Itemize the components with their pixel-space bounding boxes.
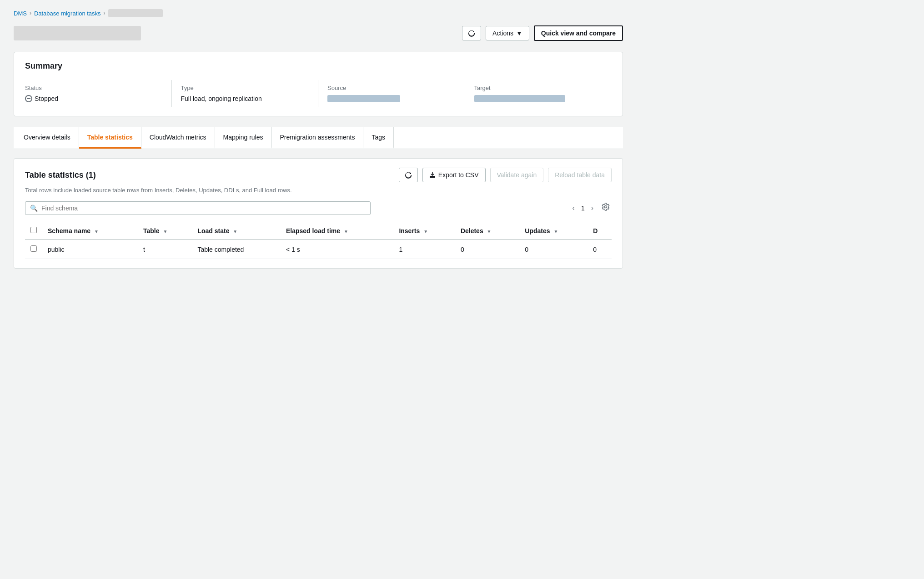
tab-tags[interactable]: Tags — [363, 127, 394, 149]
export-csv-label: Export to CSV — [438, 171, 479, 179]
tab-cloudwatch[interactable]: CloudWatch metrics — [141, 127, 215, 149]
summary-card: Summary Status Stopped Type Full load, o… — [14, 52, 623, 116]
col-inserts[interactable]: Inserts ▼ — [393, 222, 455, 240]
select-all-header — [25, 222, 42, 240]
page-header: Actions ▼ Quick view and compare — [14, 25, 623, 41]
refresh-icon — [468, 30, 475, 37]
sort-inserts-icon: ▼ — [423, 229, 428, 234]
reload-table-button[interactable]: Reload table data — [548, 168, 612, 182]
search-icon: 🔍 — [30, 205, 38, 212]
source-label: Source — [327, 85, 456, 91]
section-count: (1) — [86, 170, 96, 180]
validate-again-button[interactable]: Validate again — [490, 168, 544, 182]
status-stopped: Stopped — [25, 95, 58, 102]
table-refresh-icon — [405, 171, 412, 179]
sort-load-state-icon: ▼ — [233, 229, 237, 234]
reload-table-label: Reload table data — [555, 171, 605, 179]
gear-icon — [602, 203, 610, 211]
source-blurred — [327, 95, 400, 102]
pagination-controls: ‹ 1 › — [570, 201, 612, 215]
table-row: public t Table completed < 1 s 1 0 0 0 — [25, 240, 612, 259]
summary-target: Target — [465, 80, 612, 107]
sort-schema-icon: ▼ — [94, 229, 99, 234]
chevron-down-icon: ▼ — [516, 30, 522, 37]
type-label: Type — [181, 85, 309, 91]
section-title-text: Table statistics — [25, 170, 84, 180]
col-table[interactable]: Table ▼ — [138, 222, 192, 240]
target-label: Target — [474, 85, 603, 91]
cell-elapsed-load-time: < 1 s — [281, 240, 393, 259]
cell-d: 0 — [588, 240, 612, 259]
cell-deletes: 0 — [455, 240, 519, 259]
page-title — [14, 26, 141, 40]
header-actions: Actions ▼ Quick view and compare — [462, 25, 623, 41]
col-load-state[interactable]: Load state ▼ — [192, 222, 281, 240]
breadcrumb-sep-1: › — [30, 10, 31, 16]
sort-updates-icon: ▼ — [553, 229, 558, 234]
actions-button[interactable]: Actions ▼ — [486, 26, 529, 40]
quick-view-button[interactable]: Quick view and compare — [534, 25, 623, 41]
col-elapsed-load-time[interactable]: Elapsed load time ▼ — [281, 222, 393, 240]
tab-mapping[interactable]: Mapping rules — [215, 127, 272, 149]
refresh-button[interactable] — [462, 26, 481, 40]
actions-label: Actions — [492, 30, 513, 37]
row-checkbox-cell — [25, 240, 42, 259]
summary-grid: Status Stopped Type Full load, ongoing r… — [25, 80, 612, 107]
select-all-checkbox[interactable] — [30, 227, 37, 233]
breadcrumb: DMS › Database migration tasks › — [14, 9, 623, 17]
target-blurred — [474, 95, 565, 102]
svg-rect-0 — [430, 176, 435, 177]
quick-view-label: Quick view and compare — [541, 30, 616, 37]
table-statistics-card: Table statistics (1) Export to CSV Valid… — [14, 158, 623, 269]
col-updates[interactable]: Updates ▼ — [519, 222, 588, 240]
svg-rect-1 — [430, 177, 435, 178]
breadcrumb-current — [108, 9, 163, 17]
summary-status: Status Stopped — [25, 80, 172, 107]
statistics-table: Schema name ▼ Table ▼ Load state ▼ Elaps… — [25, 222, 612, 259]
summary-type: Type Full load, ongoing replication — [172, 80, 319, 107]
pagination-current: 1 — [581, 205, 585, 212]
stop-icon — [25, 95, 32, 102]
validate-again-label: Validate again — [497, 171, 537, 179]
tab-table-statistics[interactable]: Table statistics — [79, 127, 141, 149]
cell-table: t — [138, 240, 192, 259]
status-label: Status — [25, 85, 162, 91]
summary-title: Summary — [25, 61, 612, 71]
breadcrumb-sep-2: › — [104, 10, 105, 16]
search-row: 🔍 ‹ 1 › — [25, 201, 612, 215]
section-description: Total rows include loaded source table r… — [25, 187, 612, 194]
table-settings-button[interactable] — [600, 201, 612, 215]
sort-elapsed-icon: ▼ — [344, 229, 348, 234]
cell-inserts: 1 — [393, 240, 455, 259]
pagination-next-button[interactable]: › — [588, 202, 596, 214]
export-csv-button[interactable]: Export to CSV — [422, 168, 486, 182]
row-checkbox[interactable] — [30, 245, 37, 252]
tabs: Overview details Table statistics CloudW… — [14, 127, 623, 149]
tab-overview[interactable]: Overview details — [15, 127, 79, 149]
status-text: Stopped — [35, 95, 58, 102]
cell-load-state: Table completed — [192, 240, 281, 259]
search-input[interactable] — [41, 205, 366, 212]
pagination-prev-button[interactable]: ‹ — [570, 202, 578, 214]
cell-updates: 0 — [519, 240, 588, 259]
export-icon — [429, 172, 436, 178]
section-title: Table statistics (1) — [25, 170, 394, 180]
breadcrumb-migration-tasks[interactable]: Database migration tasks — [34, 10, 101, 17]
breadcrumb-dms[interactable]: DMS — [14, 10, 27, 17]
source-value — [327, 95, 456, 102]
sort-deletes-icon: ▼ — [487, 229, 492, 234]
section-header: Table statistics (1) Export to CSV Valid… — [25, 168, 612, 182]
col-schema-name[interactable]: Schema name ▼ — [42, 222, 138, 240]
tabs-container: Overview details Table statistics CloudW… — [14, 127, 623, 149]
col-d[interactable]: D — [588, 222, 612, 240]
col-deletes[interactable]: Deletes ▼ — [455, 222, 519, 240]
sort-table-icon: ▼ — [163, 229, 167, 234]
search-wrapper: 🔍 — [25, 201, 371, 215]
type-value: Full load, ongoing replication — [181, 95, 309, 102]
status-value: Stopped — [25, 95, 162, 102]
summary-source: Source — [318, 80, 465, 107]
table-refresh-button[interactable] — [399, 168, 418, 182]
cell-schema-name: public — [42, 240, 138, 259]
tab-premigration[interactable]: Premigration assessments — [272, 127, 364, 149]
target-value — [474, 95, 603, 102]
